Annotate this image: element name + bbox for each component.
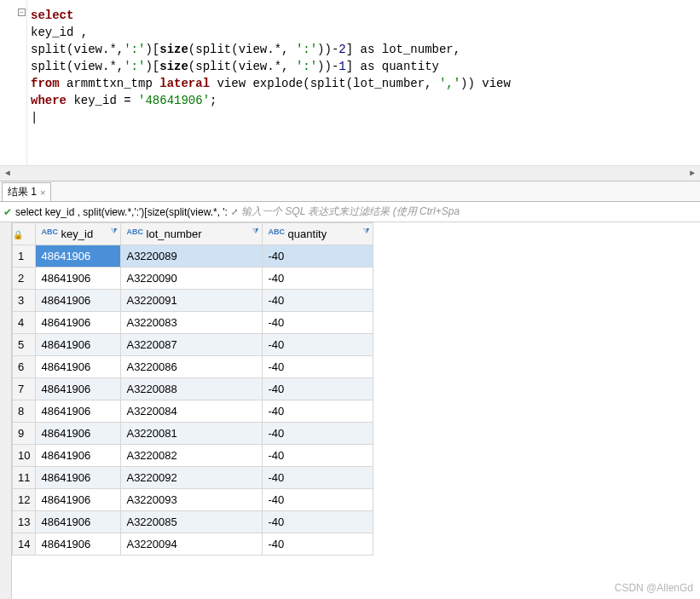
type-icon: ABC [268,228,285,236]
filter-icon[interactable]: ⧩ [111,227,118,236]
cell-key_id[interactable]: 48641906 [36,445,121,467]
cell-quantity[interactable]: -40 [263,378,373,400]
table-row[interactable]: 448641906A3220083-40 [13,312,373,334]
side-panel-tab[interactable] [0,222,12,599]
cell-quantity[interactable]: -40 [263,400,373,423]
filter-icon[interactable]: ⧩ [363,227,370,236]
cell-key_id[interactable]: 48641906 [36,489,121,511]
cell-lot_number[interactable]: A3220083 [121,312,263,334]
cell-key_id[interactable]: 48641906 [36,423,121,445]
row-number[interactable]: 2 [13,268,36,290]
row-number[interactable]: 14 [13,533,36,556]
fold-toggle[interactable]: − [18,9,26,16]
cell-key_id[interactable]: 48641906 [36,400,121,423]
type-icon: ABC [126,228,143,236]
filter-icon[interactable]: ⧩ [252,227,259,236]
table-row[interactable]: 1148641906A3220092-40 [13,467,373,489]
cell-lot_number[interactable]: A3220089 [121,245,263,268]
row-number[interactable]: 9 [13,423,36,445]
cell-key_id[interactable]: 48641906 [36,334,121,356]
cell-quantity[interactable]: -40 [263,245,373,268]
cell-key_id[interactable]: 48641906 [36,511,121,533]
editor-gutter: − [0,0,27,181]
corner-cell[interactable]: 🔒 [13,223,36,245]
table-row[interactable]: 1048641906A3220082-40 [13,445,373,467]
cell-lot_number[interactable]: A3220081 [121,423,263,445]
filter-input[interactable]: 输入一个 SQL 表达式来过滤结果 (使用 Ctrl+Spa [241,204,697,219]
cell-lot_number[interactable]: A3220088 [121,378,263,400]
cell-quantity[interactable]: -40 [263,312,373,334]
cell-quantity[interactable]: -40 [263,334,373,356]
expand-icon[interactable]: ⤢ [231,207,238,216]
row-number[interactable]: 6 [13,356,36,378]
table-row[interactable]: 948641906A3220081-40 [13,423,373,445]
cell-key_id[interactable]: 48641906 [36,268,121,290]
cell-lot_number[interactable]: A3220090 [121,268,263,290]
table-row[interactable]: 548641906A3220087-40 [13,334,373,356]
col-header-key-id[interactable]: ABC key_id⧩ [36,223,121,245]
cell-quantity[interactable]: -40 [263,489,373,511]
table-row[interactable]: 648641906A3220086-40 [13,356,373,378]
sql-code[interactable]: select key_id , split(view.*,':')[size(s… [31,7,700,126]
scroll-right-icon[interactable]: ► [685,166,700,181]
cell-quantity[interactable]: -40 [263,445,373,467]
cell-lot_number[interactable]: A3220084 [121,400,263,423]
sql-line4: split(view.*,':')[size(split(view.*, ':'… [31,60,439,73]
cell-key_id[interactable]: 48641906 [36,467,121,489]
cell-quantity[interactable]: -40 [263,511,373,533]
cell-quantity[interactable]: -40 [263,467,373,489]
table-row[interactable]: 748641906A3220088-40 [13,378,373,400]
type-icon: ABC [41,228,58,236]
table-row[interactable]: 148641906A3220089-40 [13,245,373,268]
cell-lot_number[interactable]: A3220091 [121,290,263,312]
cell-quantity[interactable]: -40 [263,533,373,556]
table-row[interactable]: 348641906A3220091-40 [13,290,373,312]
cell-quantity[interactable]: -40 [263,423,373,445]
cell-lot_number[interactable]: A3220092 [121,467,263,489]
row-number[interactable]: 3 [13,290,36,312]
table-row[interactable]: 848641906A3220084-40 [13,400,373,423]
table-row[interactable]: 1448641906A3220094-40 [13,533,373,556]
row-number[interactable]: 12 [13,489,36,511]
sql-line2: key_id , [31,26,88,39]
row-number[interactable]: 1 [13,245,36,268]
results-table[interactable]: 🔒 ABC key_id⧩ ABC lot_number⧩ ABC quanti… [12,222,373,556]
cell-lot_number[interactable]: A3220094 [121,533,263,556]
cursor-line: | [31,111,38,124]
cell-quantity[interactable]: -40 [263,268,373,290]
scroll-track[interactable] [15,169,685,179]
cell-quantity[interactable]: -40 [263,290,373,312]
cell-key_id[interactable]: 48641906 [36,312,121,334]
row-number[interactable]: 11 [13,467,36,489]
sql-line3: split(view.*,':')[size(split(view.*, ':'… [31,43,460,56]
cell-key_id[interactable]: 48641906 [36,533,121,556]
row-number[interactable]: 5 [13,334,36,356]
cell-key_id[interactable]: 48641906 [36,290,121,312]
table-row[interactable]: 1348641906A3220085-40 [13,511,373,533]
cell-key_id[interactable]: 48641906 [36,378,121,400]
row-number[interactable]: 4 [13,312,36,334]
sql-editor[interactable]: − select key_id , split(view.*,':')[size… [0,0,700,181]
editor-hscrollbar[interactable]: ◄ ► [0,165,700,181]
results-grid-wrap: 🔒 ABC key_id⧩ ABC lot_number⧩ ABC quanti… [0,222,700,599]
cell-key_id[interactable]: 48641906 [36,356,121,378]
col-header-lot-number[interactable]: ABC lot_number⧩ [121,223,263,245]
row-number[interactable]: 8 [13,400,36,423]
table-row[interactable]: 248641906A3220090-40 [13,268,373,290]
table-row[interactable]: 1248641906A3220093-40 [13,489,373,511]
cell-lot_number[interactable]: A3220085 [121,511,263,533]
scroll-left-icon[interactable]: ◄ [0,166,15,181]
col-header-quantity[interactable]: ABC quantity⧩ [263,223,373,245]
cell-key_id[interactable]: 48641906 [36,245,121,268]
row-number[interactable]: 10 [13,445,36,467]
row-number[interactable]: 7 [13,378,36,400]
cell-lot_number[interactable]: A3220086 [121,356,263,378]
cell-quantity[interactable]: -40 [263,356,373,378]
close-icon[interactable]: × [40,187,45,198]
result-tab-1[interactable]: 结果 1 × [2,182,51,201]
sql-line6: where key_id = '48641906'; [31,94,217,107]
cell-lot_number[interactable]: A3220093 [121,489,263,511]
cell-lot_number[interactable]: A3220082 [121,445,263,467]
row-number[interactable]: 13 [13,511,36,533]
cell-lot_number[interactable]: A3220087 [121,334,263,356]
